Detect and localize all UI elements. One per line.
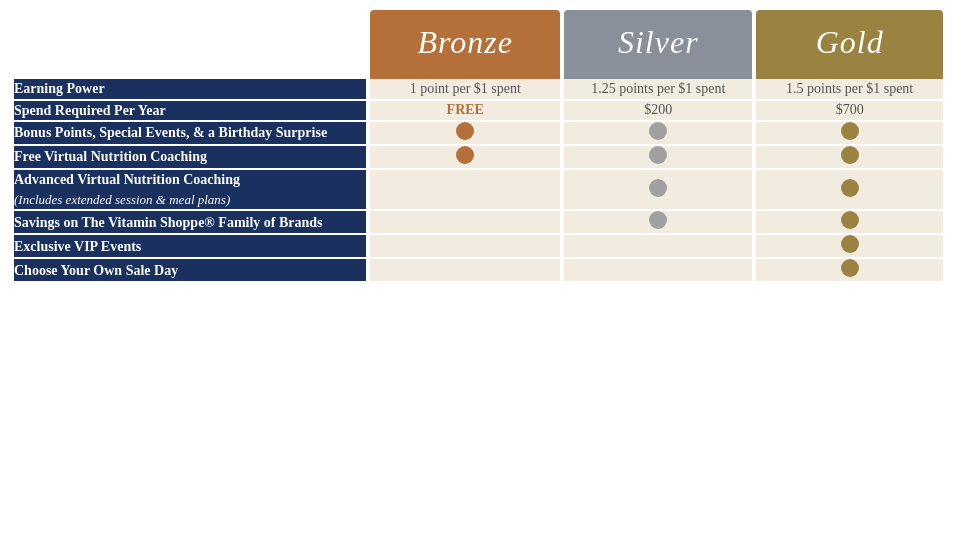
feature-bonus-points: Bonus Points, Special Events, & a Birthd… (14, 122, 366, 146)
silver-savings-brands (564, 211, 752, 235)
feature-free-nutrition: Free Virtual Nutrition Coaching (14, 146, 366, 170)
row-sale-day: Choose Your Own Sale Day (14, 259, 943, 283)
dot-silver-icon (649, 211, 667, 229)
gold-spend-required: $700 (756, 101, 943, 123)
cell-text: $700 (836, 102, 864, 117)
dot-gold-icon (841, 211, 859, 229)
gold-free-nutrition (756, 146, 943, 170)
row-spend-required: Spend Required Per YearFREE$200$700 (14, 101, 943, 123)
header-silver: Silver (564, 10, 752, 79)
dot-gold-icon (841, 122, 859, 140)
header-bronze: Bronze (370, 10, 560, 79)
silver-bonus-points (564, 122, 752, 146)
comparison-table: Bronze Silver Gold Earning Power1 point … (10, 10, 947, 283)
cell-text: 1.25 points per $1 spent (591, 81, 725, 96)
bronze-earning-power: 1 point per $1 spent (370, 79, 560, 101)
dot-gold-icon (841, 235, 859, 253)
comparison-table-wrapper: Bronze Silver Gold Earning Power1 point … (0, 0, 957, 293)
silver-free-nutrition (564, 146, 752, 170)
feature-text: Exclusive VIP Events (14, 239, 141, 254)
gold-earning-power: 1.5 points per $1 spent (756, 79, 943, 101)
feature-earning-power: Earning Power (14, 79, 366, 101)
bronze-advanced-nutrition (370, 170, 560, 211)
feature-text: Choose Your Own Sale Day (14, 263, 178, 278)
cell-text: $200 (644, 102, 672, 117)
row-vip-events: Exclusive VIP Events (14, 235, 943, 259)
feature-note: (Includes extended session & meal plans) (14, 192, 230, 207)
dot-silver-icon (649, 122, 667, 140)
dot-silver-icon (649, 146, 667, 164)
header-feature-col (14, 10, 366, 79)
silver-spend-required: $200 (564, 101, 752, 123)
gold-advanced-nutrition (756, 170, 943, 211)
gold-sale-day (756, 259, 943, 283)
feature-text: Free Virtual Nutrition Coaching (14, 149, 207, 164)
feature-advanced-nutrition: Advanced Virtual Nutrition Coaching(Incl… (14, 170, 366, 211)
free-text: FREE (447, 102, 484, 117)
bronze-vip-events (370, 235, 560, 259)
gold-vip-events (756, 235, 943, 259)
bronze-label: Bronze (418, 24, 513, 60)
bronze-savings-brands (370, 211, 560, 235)
row-earning-power: Earning Power1 point per $1 spent1.25 po… (14, 79, 943, 101)
feature-text: Spend Required Per Year (14, 103, 166, 118)
bronze-sale-day (370, 259, 560, 283)
bronze-spend-required: FREE (370, 101, 560, 123)
row-bonus-points: Bonus Points, Special Events, & a Birthd… (14, 122, 943, 146)
bronze-bonus-points (370, 122, 560, 146)
silver-label: Silver (618, 24, 699, 60)
feature-sale-day: Choose Your Own Sale Day (14, 259, 366, 283)
feature-savings-brands: Savings on The Vitamin Shoppe® Family of… (14, 211, 366, 235)
cell-text: 1.5 points per $1 spent (786, 81, 913, 96)
silver-sale-day (564, 259, 752, 283)
dot-silver-icon (649, 179, 667, 197)
dot-bronze-icon (456, 146, 474, 164)
row-savings-brands: Savings on The Vitamin Shoppe® Family of… (14, 211, 943, 235)
row-free-nutrition: Free Virtual Nutrition Coaching (14, 146, 943, 170)
dot-gold-icon (841, 146, 859, 164)
feature-text: Advanced Virtual Nutrition Coaching (14, 172, 240, 187)
feature-text: Savings on The Vitamin Shoppe® Family of… (14, 215, 323, 230)
dot-gold-icon (841, 259, 859, 277)
dot-bronze-icon (456, 122, 474, 140)
feature-spend-required: Spend Required Per Year (14, 101, 366, 123)
feature-vip-events: Exclusive VIP Events (14, 235, 366, 259)
gold-savings-brands (756, 211, 943, 235)
feature-text: Earning Power (14, 81, 105, 96)
bronze-free-nutrition (370, 146, 560, 170)
silver-advanced-nutrition (564, 170, 752, 211)
header-gold: Gold (756, 10, 943, 79)
gold-label: Gold (816, 24, 884, 60)
gold-bonus-points (756, 122, 943, 146)
cell-text: 1 point per $1 spent (410, 81, 521, 96)
silver-earning-power: 1.25 points per $1 spent (564, 79, 752, 101)
feature-text: Bonus Points, Special Events, & a Birthd… (14, 125, 327, 140)
dot-gold-icon (841, 179, 859, 197)
silver-vip-events (564, 235, 752, 259)
row-advanced-nutrition: Advanced Virtual Nutrition Coaching(Incl… (14, 170, 943, 211)
